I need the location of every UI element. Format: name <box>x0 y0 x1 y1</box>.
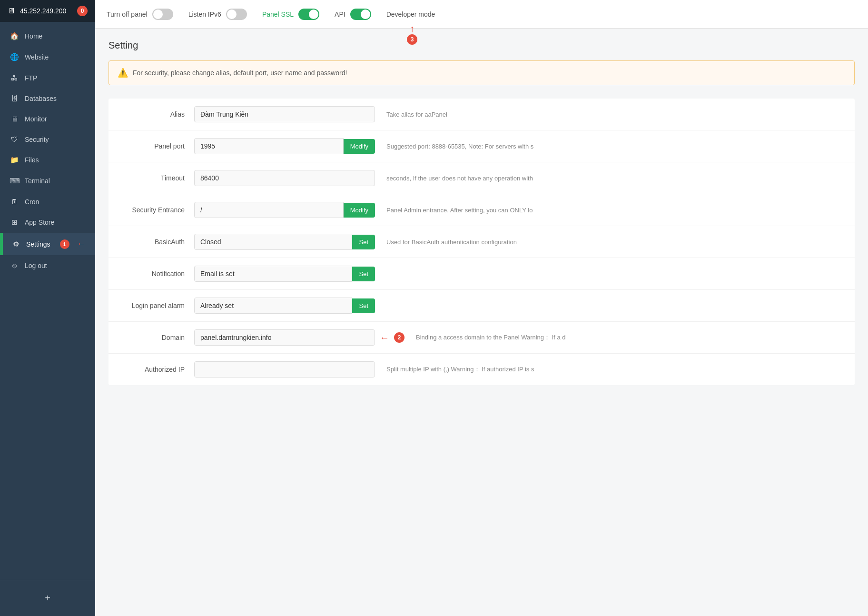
panel-port-modify-button[interactable]: Modify <box>344 139 375 154</box>
app-store-icon: ⊞ <box>10 218 19 227</box>
sidebar-item-app-store[interactable]: ⊞ App Store <box>0 212 95 233</box>
settings-badge: 1 <box>60 239 69 249</box>
security-entrance-modify-button[interactable]: Modify <box>344 203 375 218</box>
turn-off-panel-item: Turn off panel <box>107 9 173 20</box>
api-toggle[interactable] <box>350 9 371 20</box>
login-panel-alarm-set-button[interactable]: Set <box>352 298 375 313</box>
alert-text: For security, please change alias, defau… <box>133 69 347 77</box>
sidebar-item-label: Files <box>25 156 39 164</box>
annotation-arrow-3: ↑ <box>410 24 414 33</box>
authorized-ip-hint: Split multiple IP with (,) Warning： If a… <box>386 365 845 374</box>
domain-input-area: ← 2 <box>194 329 404 346</box>
sidebar-item-logout[interactable]: ⎋ Log out <box>0 255 95 276</box>
notification-row: Notification Set <box>108 258 855 290</box>
authorized-ip-input[interactable] <box>194 361 375 378</box>
website-icon: 🌐 <box>10 53 19 61</box>
panel-ssl-toggle[interactable] <box>298 9 319 20</box>
files-icon: 📁 <box>10 156 19 164</box>
panel-port-row: Panel port Modify Suggested port: 8888-6… <box>108 130 855 162</box>
sidebar-item-label: Home <box>25 32 42 40</box>
sidebar-item-label: Settings <box>26 240 50 248</box>
monitor-icon: 🖥 <box>8 7 15 15</box>
notification-set-button[interactable]: Set <box>352 267 375 281</box>
security-entrance-input[interactable] <box>194 202 344 218</box>
domain-row: Domain ← 2 Binding a access domain to th… <box>108 322 855 354</box>
turn-off-panel-label: Turn off panel <box>107 10 148 18</box>
basicauth-input[interactable] <box>194 234 352 250</box>
basicauth-set-button[interactable]: Set <box>352 235 375 249</box>
sidebar-nav: 🏠 Home 🌐 Website 🖧 FTP 🗄 Databases 🖥 Mon… <box>0 22 95 580</box>
alias-hint: Take alias for aaPanel <box>386 111 845 118</box>
sidebar: 🖥 45.252.249.200 0 🏠 Home 🌐 Website 🖧 FT… <box>0 0 95 616</box>
panel-ssl-item: Panel SSL <box>262 9 319 20</box>
sidebar-item-settings[interactable]: ⚙ Settings 1 ← <box>0 233 95 255</box>
developer-mode-item: Developer mode <box>386 10 435 18</box>
sidebar-item-ftp[interactable]: 🖧 FTP <box>0 68 95 88</box>
add-button[interactable]: + <box>0 588 95 608</box>
panel-port-hint: Suggested port: 8888-65535, Note: For se… <box>386 143 845 150</box>
alias-label: Alias <box>118 110 194 118</box>
security-entrance-hint: Panel Admin entrance. After setting, you… <box>386 207 845 214</box>
settings-icon: ⚙ <box>11 240 20 248</box>
panel-port-input[interactable] <box>194 138 344 154</box>
cron-icon: 🗓 <box>10 198 19 206</box>
listen-ipv6-toggle[interactable] <box>226 9 247 20</box>
authorized-ip-input-group <box>194 361 375 378</box>
login-panel-alarm-label: Login panel alarm <box>118 302 194 309</box>
domain-input[interactable] <box>194 329 375 346</box>
listen-ipv6-label: Listen IPv6 <box>188 10 221 18</box>
settings-form: Alias Take alias for aaPanel Panel port … <box>108 99 855 385</box>
sidebar-item-home[interactable]: 🏠 Home <box>0 26 95 47</box>
server-ip: 45.252.249.200 <box>20 7 66 15</box>
basicauth-label: BasicAuth <box>118 238 194 246</box>
authorized-ip-label: Authorized IP <box>118 366 194 373</box>
timeout-input[interactable] <box>194 170 375 186</box>
sidebar-item-website[interactable]: 🌐 Website <box>0 47 95 68</box>
timeout-hint: seconds, If the user does not have any o… <box>386 175 845 182</box>
developer-mode-label: Developer mode <box>386 10 435 18</box>
sidebar-item-label: Databases <box>25 95 57 102</box>
ftp-icon: 🖧 <box>10 74 19 82</box>
sidebar-item-terminal[interactable]: ⌨ Terminal <box>0 170 95 191</box>
basicauth-input-group: Set <box>194 234 375 250</box>
sidebar-header: 🖥 45.252.249.200 0 <box>0 0 95 22</box>
sidebar-item-cron[interactable]: 🗓 Cron <box>0 191 95 212</box>
notification-input-group: Set <box>194 266 375 282</box>
api-label: API <box>335 10 345 18</box>
settings-arrow: ← <box>77 239 86 249</box>
login-panel-alarm-input[interactable] <box>194 298 352 314</box>
security-icon: 🛡 <box>10 135 19 143</box>
content-area: Setting ⚠️ For security, please change a… <box>95 29 868 616</box>
panel-ssl-label: Panel SSL <box>262 10 294 18</box>
warning-icon: ⚠️ <box>118 68 128 78</box>
sidebar-item-label: Cron <box>25 198 39 206</box>
databases-icon: 🗄 <box>10 94 19 102</box>
sidebar-item-label: Security <box>25 136 49 143</box>
domain-label: Domain <box>118 334 194 341</box>
panel-port-input-group: Modify <box>194 138 375 154</box>
security-alert: ⚠️ For security, please change alias, de… <box>108 60 855 85</box>
notification-badge: 0 <box>77 6 88 16</box>
sidebar-item-label: FTP <box>25 74 37 82</box>
annotation-3-area: ↑ 3 <box>407 24 417 45</box>
basicauth-row: BasicAuth Set Used for BasicAuth authent… <box>108 226 855 258</box>
domain-hint: Binding a access domain to the Panel War… <box>416 333 845 342</box>
sidebar-item-databases[interactable]: 🗄 Databases <box>0 88 95 109</box>
security-entrance-input-group: Modify <box>194 202 375 218</box>
notification-input[interactable] <box>194 266 352 282</box>
sidebar-item-monitor[interactable]: 🖥 Monitor <box>0 109 95 129</box>
alias-row: Alias Take alias for aaPanel <box>108 99 855 130</box>
alias-input-group <box>194 106 375 122</box>
sidebar-item-files[interactable]: 📁 Files <box>0 149 95 170</box>
alias-input[interactable] <box>194 106 375 122</box>
sidebar-item-security[interactable]: 🛡 Security <box>0 129 95 149</box>
annotation-circle-2: 2 <box>394 332 404 343</box>
sidebar-item-label: App Store <box>25 219 54 226</box>
timeout-label: Timeout <box>118 174 194 182</box>
panel-port-label: Panel port <box>118 142 194 150</box>
turn-off-panel-toggle[interactable] <box>152 9 173 20</box>
listen-ipv6-item: Listen IPv6 <box>188 9 247 20</box>
security-entrance-row: Security Entrance Modify Panel Admin ent… <box>108 194 855 226</box>
authorized-ip-row: Authorized IP Split multiple IP with (,)… <box>108 354 855 385</box>
annotation-circle-3: 3 <box>407 34 417 45</box>
